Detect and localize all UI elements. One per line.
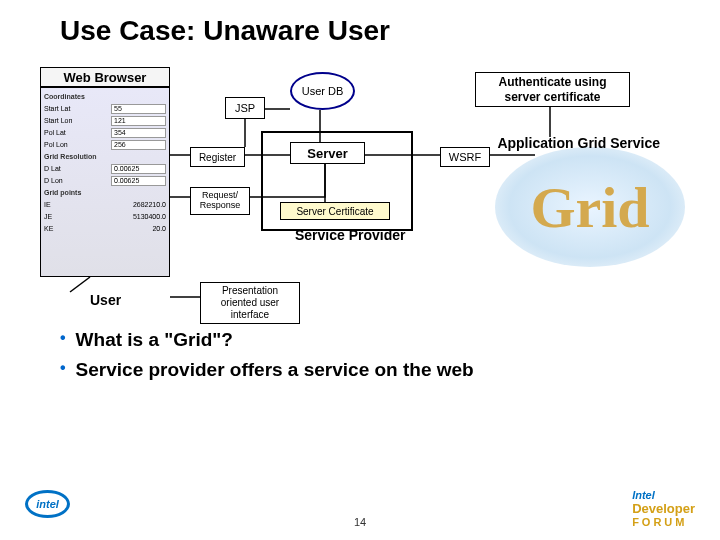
form-label: D Lon: [44, 177, 63, 184]
form-value: 5130400.0: [133, 213, 166, 220]
server-certificate-box: Server Certificate: [280, 202, 390, 220]
slide-title: Use Case: Unaware User: [60, 15, 690, 47]
application-grid-label: Application Grid Service: [497, 135, 660, 152]
web-browser-title: Web Browser: [40, 67, 170, 87]
bullet-list: •What is a "Grid"? •Service provider off…: [60, 325, 474, 386]
form-section: Coordinates: [44, 93, 85, 100]
form-value: 2682210.0: [133, 201, 166, 208]
server-box: Server: [290, 142, 365, 164]
form-label: Start Lon: [44, 117, 72, 124]
diagram-area: Web Browser Coordinates Start Lat55 Star…: [30, 67, 690, 347]
grid-background: Grid: [495, 147, 685, 267]
form-input[interactable]: 256: [111, 140, 166, 150]
authenticate-box: Authenticate using server certificate: [475, 72, 630, 107]
intel-logo: intel: [25, 490, 80, 525]
wsrf-box: WSRF: [440, 147, 490, 167]
grid-word: Grid: [530, 174, 649, 241]
form-label: Pol Lon: [44, 141, 68, 148]
jsp-box: JSP: [225, 97, 265, 119]
form-label: Start Lat: [44, 105, 70, 112]
form-input[interactable]: 0.00625: [111, 176, 166, 186]
form-label: D Lat: [44, 165, 61, 172]
service-provider-label: Service Provider: [295, 227, 406, 244]
bullet-text: What is a "Grid"?: [76, 325, 233, 355]
presentation-box: Presentation oriented user interface: [200, 282, 300, 324]
form-input[interactable]: 354: [111, 128, 166, 138]
form-input[interactable]: 55: [111, 104, 166, 114]
form-label: KE: [44, 225, 53, 232]
page-number: 14: [354, 516, 366, 528]
register-box: Register: [190, 147, 245, 167]
form-input[interactable]: 121: [111, 116, 166, 126]
form-section: Grid points: [44, 189, 81, 196]
form-value: 20.0: [152, 225, 166, 232]
form-label: JE: [44, 213, 52, 220]
form-label: IE: [44, 201, 51, 208]
request-response-box: Request/ Response: [190, 187, 250, 215]
bullet-icon: •: [60, 325, 66, 355]
user-db-node: User DB: [290, 72, 355, 110]
browser-window: Coordinates Start Lat55 Start Lon121 Pol…: [40, 87, 170, 277]
bullet-icon: •: [60, 355, 66, 385]
form-section: Grid Resolution: [44, 153, 97, 160]
user-label: User: [90, 292, 121, 308]
form-label: Pol Lat: [44, 129, 66, 136]
form-input[interactable]: 0.00625: [111, 164, 166, 174]
idf-logo: Intel Developer FORUM: [632, 489, 695, 528]
bullet-text: Service provider offers a service on the…: [76, 355, 474, 385]
